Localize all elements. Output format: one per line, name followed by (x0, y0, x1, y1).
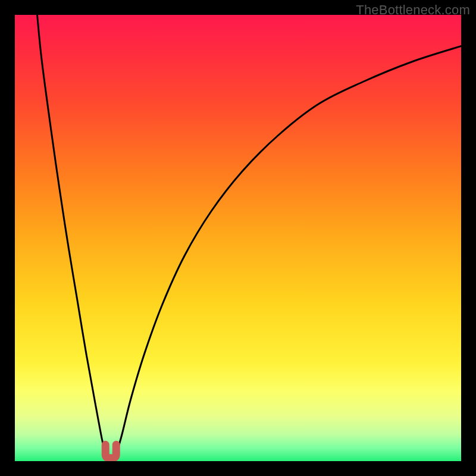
gradient-background (15, 15, 461, 461)
bottleneck-chart (15, 15, 461, 461)
chart-frame (15, 15, 461, 461)
